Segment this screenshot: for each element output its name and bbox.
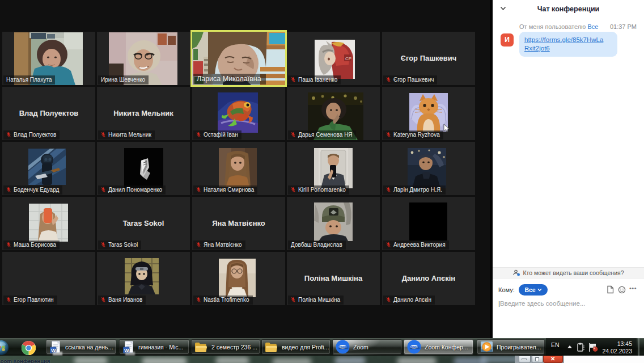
svg-text:CP: CP bbox=[345, 56, 351, 61]
svg-text:zoom: zoom bbox=[410, 345, 420, 349]
svg-text:zoom: zoom bbox=[338, 345, 348, 349]
